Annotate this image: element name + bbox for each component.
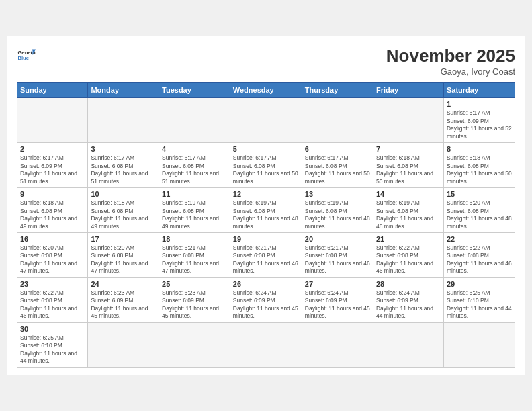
table-row: 22 Sunrise: 6:22 AM Sunset: 6:08 PM Dayl… xyxy=(443,233,515,278)
empty-cell xyxy=(373,322,443,367)
day-info: Sunrise: 6:22 AM Sunset: 6:08 PM Dayligh… xyxy=(376,244,441,275)
empty-cell xyxy=(373,98,443,143)
empty-cell xyxy=(159,322,230,367)
header-wednesday: Wednesday xyxy=(230,83,302,98)
table-row: 19 Sunrise: 6:21 AM Sunset: 6:08 PM Dayl… xyxy=(230,233,302,278)
day-info: Sunrise: 6:17 AM Sunset: 6:08 PM Dayligh… xyxy=(305,154,370,185)
empty-cell xyxy=(88,322,159,367)
table-row: 3 Sunrise: 6:17 AM Sunset: 6:08 PM Dayli… xyxy=(88,143,159,188)
day-number: 15 xyxy=(447,190,512,198)
table-row: 15 Sunrise: 6:20 AM Sunset: 6:08 PM Dayl… xyxy=(443,188,515,233)
day-number: 6 xyxy=(305,145,370,153)
day-number: 11 xyxy=(162,190,227,198)
day-info: Sunrise: 6:19 AM Sunset: 6:08 PM Dayligh… xyxy=(162,199,227,230)
day-number: 21 xyxy=(376,235,441,243)
day-number: 10 xyxy=(91,190,156,198)
table-row: 11 Sunrise: 6:19 AM Sunset: 6:08 PM Dayl… xyxy=(159,188,230,233)
day-number: 23 xyxy=(20,280,85,288)
day-number: 22 xyxy=(447,235,512,243)
day-info: Sunrise: 6:23 AM Sunset: 6:09 PM Dayligh… xyxy=(91,289,156,320)
table-row: 10 Sunrise: 6:18 AM Sunset: 6:08 PM Dayl… xyxy=(88,188,159,233)
day-number: 4 xyxy=(162,145,227,153)
table-row: 4 Sunrise: 6:17 AM Sunset: 6:08 PM Dayli… xyxy=(159,143,230,188)
table-row: 6 Sunrise: 6:17 AM Sunset: 6:08 PM Dayli… xyxy=(302,143,373,188)
empty-cell xyxy=(443,322,515,367)
table-row: 7 Sunrise: 6:18 AM Sunset: 6:08 PM Dayli… xyxy=(373,143,443,188)
logo-icon: General Blue xyxy=(17,46,36,64)
day-info: Sunrise: 6:19 AM Sunset: 6:08 PM Dayligh… xyxy=(305,199,370,230)
table-row: 9 Sunrise: 6:18 AM Sunset: 6:08 PM Dayli… xyxy=(17,188,88,233)
day-number: 17 xyxy=(91,235,156,243)
day-info: Sunrise: 6:25 AM Sunset: 6:10 PM Dayligh… xyxy=(447,289,512,320)
table-row: 5 Sunrise: 6:17 AM Sunset: 6:08 PM Dayli… xyxy=(230,143,302,188)
day-info: Sunrise: 6:23 AM Sunset: 6:09 PM Dayligh… xyxy=(162,289,227,320)
table-row: 16 Sunrise: 6:20 AM Sunset: 6:08 PM Dayl… xyxy=(17,233,88,278)
header-monday: Monday xyxy=(88,83,159,98)
table-row: 21 Sunrise: 6:22 AM Sunset: 6:08 PM Dayl… xyxy=(373,233,443,278)
day-number: 3 xyxy=(91,145,156,153)
calendar-table: Sunday Monday Tuesday Wednesday Thursday… xyxy=(17,82,515,367)
table-row: 1 Sunrise: 6:17 AM Sunset: 6:09 PM Dayli… xyxy=(443,98,515,143)
day-info: Sunrise: 6:19 AM Sunset: 6:08 PM Dayligh… xyxy=(376,199,441,230)
table-row: 14 Sunrise: 6:19 AM Sunset: 6:08 PM Dayl… xyxy=(373,188,443,233)
empty-cell xyxy=(88,98,159,143)
day-number: 20 xyxy=(305,235,370,243)
day-info: Sunrise: 6:18 AM Sunset: 6:08 PM Dayligh… xyxy=(376,154,441,185)
day-info: Sunrise: 6:21 AM Sunset: 6:08 PM Dayligh… xyxy=(233,244,299,275)
day-info: Sunrise: 6:19 AM Sunset: 6:08 PM Dayligh… xyxy=(233,199,299,230)
month-title: November 2025 xyxy=(386,46,515,66)
header-saturday: Saturday xyxy=(443,83,515,98)
table-row: 25 Sunrise: 6:23 AM Sunset: 6:09 PM Dayl… xyxy=(159,277,230,322)
table-row: 17 Sunrise: 6:20 AM Sunset: 6:08 PM Dayl… xyxy=(88,233,159,278)
day-info: Sunrise: 6:24 AM Sunset: 6:09 PM Dayligh… xyxy=(305,289,370,320)
empty-cell xyxy=(302,98,373,143)
day-number: 30 xyxy=(20,325,85,333)
day-info: Sunrise: 6:18 AM Sunset: 6:08 PM Dayligh… xyxy=(20,199,85,230)
table-row: 2 Sunrise: 6:17 AM Sunset: 6:09 PM Dayli… xyxy=(17,143,88,188)
table-row: 28 Sunrise: 6:24 AM Sunset: 6:09 PM Dayl… xyxy=(373,277,443,322)
header-sunday: Sunday xyxy=(17,83,88,98)
day-info: Sunrise: 6:21 AM Sunset: 6:08 PM Dayligh… xyxy=(162,244,227,275)
day-number: 25 xyxy=(162,280,227,288)
day-info: Sunrise: 6:17 AM Sunset: 6:09 PM Dayligh… xyxy=(447,109,512,140)
day-info: Sunrise: 6:17 AM Sunset: 6:08 PM Dayligh… xyxy=(162,154,227,185)
day-number: 8 xyxy=(447,145,512,153)
table-row: 13 Sunrise: 6:19 AM Sunset: 6:08 PM Dayl… xyxy=(302,188,373,233)
day-info: Sunrise: 6:20 AM Sunset: 6:08 PM Dayligh… xyxy=(20,244,85,275)
day-number: 28 xyxy=(376,280,441,288)
calendar-container: General Blue November 2025 Gaoya, Ivory … xyxy=(7,36,525,375)
day-info: Sunrise: 6:24 AM Sunset: 6:09 PM Dayligh… xyxy=(376,289,441,320)
table-row: 18 Sunrise: 6:21 AM Sunset: 6:08 PM Dayl… xyxy=(159,233,230,278)
day-info: Sunrise: 6:24 AM Sunset: 6:09 PM Dayligh… xyxy=(233,289,299,320)
day-number: 29 xyxy=(447,280,512,288)
table-row: 26 Sunrise: 6:24 AM Sunset: 6:09 PM Dayl… xyxy=(230,277,302,322)
day-info: Sunrise: 6:17 AM Sunset: 6:09 PM Dayligh… xyxy=(20,154,85,185)
header-friday: Friday xyxy=(373,83,443,98)
day-info: Sunrise: 6:18 AM Sunset: 6:08 PM Dayligh… xyxy=(91,199,156,230)
title-block: November 2025 Gaoya, Ivory Coast xyxy=(386,46,515,77)
svg-text:Blue: Blue xyxy=(17,55,29,61)
table-row: 24 Sunrise: 6:23 AM Sunset: 6:09 PM Dayl… xyxy=(88,277,159,322)
weekday-header-row: Sunday Monday Tuesday Wednesday Thursday… xyxy=(17,83,515,98)
empty-cell xyxy=(159,98,230,143)
day-number: 27 xyxy=(305,280,370,288)
day-number: 7 xyxy=(376,145,441,153)
day-number: 24 xyxy=(91,280,156,288)
empty-cell xyxy=(230,322,302,367)
logo: General Blue xyxy=(17,46,36,64)
day-number: 18 xyxy=(162,235,227,243)
day-info: Sunrise: 6:25 AM Sunset: 6:10 PM Dayligh… xyxy=(20,334,85,365)
table-row: 12 Sunrise: 6:19 AM Sunset: 6:08 PM Dayl… xyxy=(230,188,302,233)
day-info: Sunrise: 6:17 AM Sunset: 6:08 PM Dayligh… xyxy=(91,154,156,185)
table-row: 20 Sunrise: 6:21 AM Sunset: 6:08 PM Dayl… xyxy=(302,233,373,278)
day-number: 19 xyxy=(233,235,299,243)
day-number: 12 xyxy=(233,190,299,198)
day-info: Sunrise: 6:20 AM Sunset: 6:08 PM Dayligh… xyxy=(447,199,512,230)
day-number: 9 xyxy=(20,190,85,198)
day-number: 1 xyxy=(447,100,512,108)
day-info: Sunrise: 6:21 AM Sunset: 6:08 PM Dayligh… xyxy=(305,244,370,275)
day-info: Sunrise: 6:22 AM Sunset: 6:08 PM Dayligh… xyxy=(447,244,512,275)
day-number: 13 xyxy=(305,190,370,198)
empty-cell xyxy=(17,98,88,143)
header-thursday: Thursday xyxy=(302,83,373,98)
